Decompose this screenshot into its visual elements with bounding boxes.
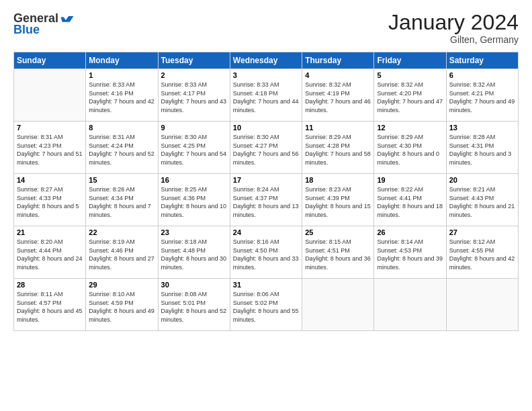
day-number: 2 bbox=[161, 71, 227, 79]
day-info: Sunrise: 8:33 AMSunset: 4:17 PMDaylight:… bbox=[161, 81, 227, 114]
page-container: General Blue January 2024 Gilten, German… bbox=[0, 0, 532, 338]
column-header-tuesday: Tuesday bbox=[158, 52, 230, 69]
day-info: Sunrise: 8:31 AMSunset: 4:24 PMDaylight:… bbox=[89, 133, 154, 167]
column-header-wednesday: Wednesday bbox=[230, 52, 302, 69]
day-number: 17 bbox=[233, 176, 299, 184]
calendar-cell: 7Sunrise: 8:31 AMSunset: 4:23 PMDaylight… bbox=[14, 122, 86, 174]
column-header-saturday: Saturday bbox=[446, 52, 518, 69]
calendar-cell: 27Sunrise: 8:12 AMSunset: 4:55 PMDayligh… bbox=[446, 226, 518, 279]
calendar-week-row: 14Sunrise: 8:27 AMSunset: 4:33 PMDayligh… bbox=[14, 174, 519, 226]
calendar-cell: 1Sunrise: 8:33 AMSunset: 4:16 PMDaylight… bbox=[86, 69, 158, 122]
day-number: 22 bbox=[89, 228, 154, 236]
day-info: Sunrise: 8:30 AMSunset: 4:25 PMDaylight:… bbox=[161, 133, 227, 167]
logo-icon bbox=[60, 11, 75, 26]
day-number: 24 bbox=[233, 228, 299, 236]
calendar-cell: 22Sunrise: 8:19 AMSunset: 4:46 PMDayligh… bbox=[86, 226, 158, 279]
calendar-cell: 2Sunrise: 8:33 AMSunset: 4:17 PMDaylight… bbox=[158, 69, 230, 122]
day-number: 13 bbox=[449, 124, 515, 132]
day-number: 9 bbox=[161, 124, 227, 132]
day-info: Sunrise: 8:29 AMSunset: 4:28 PMDaylight:… bbox=[305, 133, 371, 167]
calendar-cell: 30Sunrise: 8:08 AMSunset: 5:01 PMDayligh… bbox=[158, 279, 230, 331]
day-info: Sunrise: 8:06 AMSunset: 5:02 PMDaylight:… bbox=[233, 290, 299, 324]
calendar-cell: 17Sunrise: 8:24 AMSunset: 4:37 PMDayligh… bbox=[230, 174, 302, 226]
day-info: Sunrise: 8:28 AMSunset: 4:31 PMDaylight:… bbox=[449, 133, 515, 167]
day-number: 16 bbox=[161, 176, 227, 184]
calendar-cell bbox=[14, 69, 86, 122]
day-info: Sunrise: 8:30 AMSunset: 4:27 PMDaylight:… bbox=[233, 133, 299, 167]
day-info: Sunrise: 8:33 AMSunset: 4:16 PMDaylight:… bbox=[89, 81, 154, 114]
calendar-cell: 10Sunrise: 8:30 AMSunset: 4:27 PMDayligh… bbox=[230, 122, 302, 174]
day-info: Sunrise: 8:12 AMSunset: 4:55 PMDaylight:… bbox=[449, 238, 515, 271]
day-info: Sunrise: 8:22 AMSunset: 4:41 PMDaylight:… bbox=[377, 185, 443, 219]
calendar-cell: 3Sunrise: 8:33 AMSunset: 4:18 PMDaylight… bbox=[230, 69, 302, 122]
calendar-week-row: 1Sunrise: 8:33 AMSunset: 4:16 PMDaylight… bbox=[14, 69, 519, 122]
day-number: 19 bbox=[377, 176, 443, 184]
calendar-week-row: 7Sunrise: 8:31 AMSunset: 4:23 PMDaylight… bbox=[14, 122, 519, 174]
day-number: 3 bbox=[233, 71, 299, 79]
day-info: Sunrise: 8:29 AMSunset: 4:30 PMDaylight:… bbox=[377, 133, 443, 167]
day-info: Sunrise: 8:08 AMSunset: 5:01 PMDaylight:… bbox=[161, 290, 227, 324]
day-number: 28 bbox=[17, 281, 83, 289]
day-number: 20 bbox=[449, 176, 515, 184]
calendar-table: SundayMondayTuesdayWednesdayThursdayFrid… bbox=[13, 52, 519, 331]
calendar-cell bbox=[374, 279, 446, 331]
day-number: 29 bbox=[89, 281, 154, 289]
calendar-cell: 13Sunrise: 8:28 AMSunset: 4:31 PMDayligh… bbox=[446, 122, 518, 174]
column-header-monday: Monday bbox=[86, 52, 158, 69]
column-header-sunday: Sunday bbox=[14, 52, 86, 69]
calendar-cell: 18Sunrise: 8:23 AMSunset: 4:39 PMDayligh… bbox=[302, 174, 374, 226]
day-info: Sunrise: 8:14 AMSunset: 4:53 PMDaylight:… bbox=[377, 238, 443, 271]
day-info: Sunrise: 8:10 AMSunset: 4:59 PMDaylight:… bbox=[89, 290, 154, 324]
calendar-week-row: 28Sunrise: 8:11 AMSunset: 4:57 PMDayligh… bbox=[14, 279, 519, 331]
day-number: 25 bbox=[305, 228, 371, 236]
day-info: Sunrise: 8:26 AMSunset: 4:34 PMDaylight:… bbox=[89, 185, 154, 219]
calendar-cell: 28Sunrise: 8:11 AMSunset: 4:57 PMDayligh… bbox=[14, 279, 86, 331]
calendar-cell: 26Sunrise: 8:14 AMSunset: 4:53 PMDayligh… bbox=[374, 226, 446, 279]
column-header-thursday: Thursday bbox=[302, 52, 374, 69]
title-area: January 2024 Gilten, Germany bbox=[388, 11, 519, 45]
day-number: 5 bbox=[377, 71, 443, 79]
day-number: 15 bbox=[89, 176, 154, 184]
calendar-header-row: SundayMondayTuesdayWednesdayThursdayFrid… bbox=[14, 52, 519, 69]
day-number: 8 bbox=[89, 124, 154, 132]
svg-marker-0 bbox=[61, 16, 74, 22]
calendar-cell: 4Sunrise: 8:32 AMSunset: 4:19 PMDaylight… bbox=[302, 69, 374, 122]
day-number: 18 bbox=[305, 176, 371, 184]
day-number: 11 bbox=[305, 124, 371, 132]
calendar-week-row: 21Sunrise: 8:20 AMSunset: 4:44 PMDayligh… bbox=[14, 226, 519, 279]
day-info: Sunrise: 8:19 AMSunset: 4:46 PMDaylight:… bbox=[89, 238, 154, 271]
day-number: 12 bbox=[377, 124, 443, 132]
day-number: 7 bbox=[17, 124, 83, 132]
day-info: Sunrise: 8:33 AMSunset: 4:18 PMDaylight:… bbox=[233, 81, 299, 114]
calendar-cell: 15Sunrise: 8:26 AMSunset: 4:34 PMDayligh… bbox=[86, 174, 158, 226]
calendar-cell: 9Sunrise: 8:30 AMSunset: 4:25 PMDaylight… bbox=[158, 122, 230, 174]
day-info: Sunrise: 8:27 AMSunset: 4:33 PMDaylight:… bbox=[17, 185, 83, 219]
calendar-cell: 14Sunrise: 8:27 AMSunset: 4:33 PMDayligh… bbox=[14, 174, 86, 226]
day-info: Sunrise: 8:23 AMSunset: 4:39 PMDaylight:… bbox=[305, 185, 371, 219]
calendar-cell: 8Sunrise: 8:31 AMSunset: 4:24 PMDaylight… bbox=[86, 122, 158, 174]
day-info: Sunrise: 8:16 AMSunset: 4:50 PMDaylight:… bbox=[233, 238, 299, 271]
calendar-cell: 31Sunrise: 8:06 AMSunset: 5:02 PMDayligh… bbox=[230, 279, 302, 331]
day-info: Sunrise: 8:24 AMSunset: 4:37 PMDaylight:… bbox=[233, 185, 299, 219]
day-number: 30 bbox=[161, 281, 227, 289]
day-info: Sunrise: 8:31 AMSunset: 4:23 PMDaylight:… bbox=[17, 133, 83, 167]
calendar-cell: 12Sunrise: 8:29 AMSunset: 4:30 PMDayligh… bbox=[374, 122, 446, 174]
header: General Blue January 2024 Gilten, German… bbox=[13, 11, 519, 45]
column-header-friday: Friday bbox=[374, 52, 446, 69]
day-info: Sunrise: 8:21 AMSunset: 4:43 PMDaylight:… bbox=[449, 185, 515, 219]
day-number: 4 bbox=[305, 71, 371, 79]
day-info: Sunrise: 8:18 AMSunset: 4:48 PMDaylight:… bbox=[161, 238, 227, 271]
calendar-cell: 21Sunrise: 8:20 AMSunset: 4:44 PMDayligh… bbox=[14, 226, 86, 279]
day-info: Sunrise: 8:32 AMSunset: 4:21 PMDaylight:… bbox=[449, 81, 515, 114]
calendar-cell: 20Sunrise: 8:21 AMSunset: 4:43 PMDayligh… bbox=[446, 174, 518, 226]
day-info: Sunrise: 8:11 AMSunset: 4:57 PMDaylight:… bbox=[17, 290, 83, 324]
day-info: Sunrise: 8:32 AMSunset: 4:20 PMDaylight:… bbox=[377, 81, 443, 114]
logo: General Blue bbox=[13, 11, 75, 37]
calendar-cell bbox=[446, 279, 518, 331]
day-number: 23 bbox=[161, 228, 227, 236]
day-number: 26 bbox=[377, 228, 443, 236]
calendar-cell: 6Sunrise: 8:32 AMSunset: 4:21 PMDaylight… bbox=[446, 69, 518, 122]
location-subtitle: Gilten, Germany bbox=[388, 34, 519, 45]
day-info: Sunrise: 8:32 AMSunset: 4:19 PMDaylight:… bbox=[305, 81, 371, 114]
calendar-cell: 5Sunrise: 8:32 AMSunset: 4:20 PMDaylight… bbox=[374, 69, 446, 122]
